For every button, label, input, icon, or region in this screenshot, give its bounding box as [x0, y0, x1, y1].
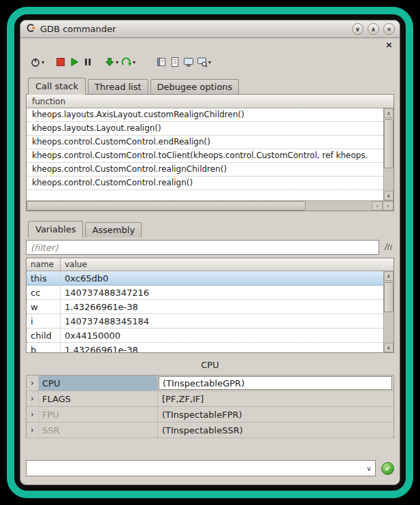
ok-button[interactable]: ✔: [381, 462, 394, 475]
vertical-scrollbar[interactable]: ∧ ∨: [383, 271, 393, 352]
scroll-right-button[interactable]: ›: [383, 201, 393, 211]
expander-icon[interactable]: ›: [27, 391, 39, 406]
power-icon: [30, 57, 41, 67]
variables-header: name value: [27, 258, 393, 271]
variables-table: name value this 0xc65db0 cc 140737488347…: [26, 258, 394, 353]
scroll-track[interactable]: [384, 281, 393, 343]
tab-thread-list[interactable]: Thread list: [88, 79, 148, 94]
cpu-value-text: (TInspectableFPR): [158, 410, 242, 420]
pause-button[interactable]: [81, 54, 95, 70]
variable-row[interactable]: i 140737488345184: [27, 314, 383, 328]
callstack-column-header: function: [27, 95, 393, 108]
variable-value: 140737488347216: [61, 286, 383, 299]
scroll-down-button[interactable]: ∨: [384, 343, 393, 352]
chevron-down-icon[interactable]: ▾: [116, 59, 118, 65]
dock-header: ×: [26, 38, 394, 50]
callstack-row[interactable]: kheops.control.CustomControl.realign(): [27, 177, 383, 190]
stop-icon: [55, 57, 66, 67]
cpu-row-value: (TInspectableFPR): [158, 407, 393, 422]
variables-tabbar: Variables Assembly: [26, 221, 394, 237]
tab-variables[interactable]: Variables: [28, 221, 83, 238]
horizontal-scrollbar[interactable]: ‹ ›: [27, 200, 393, 211]
command-combobox[interactable]: ∨: [26, 460, 376, 476]
tab-debugee-options[interactable]: Debugee options: [150, 79, 240, 94]
expander-icon[interactable]: ›: [27, 407, 39, 422]
variable-row[interactable]: this 0xc65db0: [27, 271, 383, 286]
close-button[interactable]: ×: [383, 23, 395, 35]
expander-icon[interactable]: ›: [27, 423, 39, 438]
window-content: × ▾: [20, 38, 400, 485]
minimize-button[interactable]: ∨: [352, 23, 364, 35]
scroll-thumb[interactable]: [384, 282, 393, 312]
scroll-thumb[interactable]: [27, 201, 306, 211]
step-into-button[interactable]: ▾: [103, 54, 120, 70]
filter-input[interactable]: [26, 240, 379, 255]
variable-value: 0xc65db0: [61, 271, 383, 285]
vertical-scrollbar[interactable]: ∧ ∨: [383, 108, 393, 200]
callstack-row[interactable]: kheops.control.CustomControl.endRealign(…: [27, 136, 383, 149]
chevron-down-icon[interactable]: ▾: [208, 59, 211, 65]
chevron-down-icon[interactable]: ▾: [133, 59, 135, 65]
titlebar[interactable]: GDB commander ∨ ∧ ×: [20, 20, 400, 38]
tab-assembly[interactable]: Assembly: [85, 222, 142, 237]
stop-button[interactable]: [54, 54, 67, 70]
tab-call-stack[interactable]: Call stack: [28, 78, 86, 95]
variable-row[interactable]: w 1.43266961e-38: [27, 300, 383, 314]
cpu-value-text: [PF,ZF,IF]: [158, 394, 204, 404]
arrow-down-icon: [104, 57, 115, 67]
variable-row[interactable]: child 0x44150000: [27, 328, 383, 343]
maximize-button[interactable]: ∧: [368, 23, 379, 35]
callstack-row[interactable]: kheops.control.CustomControl.toClient(kh…: [27, 149, 383, 163]
cpu-row-name: SSR: [39, 423, 158, 438]
open-view-button[interactable]: [155, 54, 168, 70]
cpu-value-edit[interactable]: [159, 376, 392, 390]
cpu-row[interactable]: › SSR (TInspectableSSR): [27, 423, 393, 438]
scroll-track[interactable]: [306, 201, 372, 211]
watch-view-button[interactable]: ▾: [195, 54, 212, 70]
scroll-down-button[interactable]: ∨: [384, 191, 393, 200]
filter-icon[interactable]: [383, 241, 394, 255]
callstack-body: kheops.layouts.AxisLayout.customRealignC…: [27, 108, 393, 200]
scroll-up-button[interactable]: ∧: [384, 108, 393, 118]
callstack-row[interactable]: kheops.layouts.Layout.realign(): [27, 122, 383, 136]
variable-row[interactable]: b 1.43266961e-38: [27, 343, 383, 352]
dock-close-icon[interactable]: ×: [384, 40, 394, 49]
pause-icon: [82, 57, 93, 67]
curved-arrow-icon: [121, 57, 132, 67]
panel-splitter[interactable]: [26, 211, 394, 221]
chevron-down-icon[interactable]: ▾: [42, 59, 44, 65]
app-icon: [25, 22, 36, 36]
cpu-value-text: (TInspectableSSR): [158, 425, 243, 435]
variable-row[interactable]: cc 140737488347216: [27, 286, 383, 300]
scroll-thumb[interactable]: [384, 119, 393, 168]
scroll-left-button[interactable]: ‹: [372, 201, 383, 211]
callstack-row[interactable]: kheops.layouts.AxisLayout.customRealignC…: [27, 108, 383, 122]
variable-name: b: [27, 343, 61, 352]
power-button[interactable]: ▾: [29, 54, 46, 70]
column-header-value: value: [61, 258, 393, 271]
scroll-track[interactable]: [384, 118, 393, 191]
scroll-up-button[interactable]: ∧: [384, 271, 393, 281]
window-title: GDB commander: [40, 24, 116, 34]
chevron-down-icon[interactable]: ∨: [363, 465, 375, 472]
memory-view-button[interactable]: [182, 54, 195, 70]
cpu-row[interactable]: › CPU: [27, 376, 393, 391]
run-button[interactable]: [67, 54, 81, 70]
variable-name: child: [27, 328, 61, 342]
command-row: ∨ ✔: [26, 460, 394, 476]
cpu-panel-title: CPU: [26, 360, 394, 372]
cpu-row-value: [PF,ZF,IF]: [158, 391, 393, 406]
cpu-row[interactable]: › FPU (TInspectableFPR): [27, 407, 393, 423]
step-over-button[interactable]: ▾: [120, 54, 137, 70]
monitor-icon: [183, 57, 194, 67]
callstack-row[interactable]: kheops.control.CustomControl.realignChil…: [27, 163, 383, 177]
variable-value: 0x44150000: [61, 328, 383, 342]
column-header-name: name: [27, 258, 61, 271]
log-view-button[interactable]: [168, 54, 182, 70]
gdb-commander-window: GDB commander ∨ ∧ × ×: [20, 20, 400, 485]
expander-icon[interactable]: ›: [27, 376, 39, 391]
filter-row: [26, 240, 394, 255]
cpu-row[interactable]: › FLAGS [PF,ZF,IF]: [27, 391, 393, 407]
command-input[interactable]: [27, 461, 363, 476]
variable-value: 140737488345184: [61, 314, 383, 328]
